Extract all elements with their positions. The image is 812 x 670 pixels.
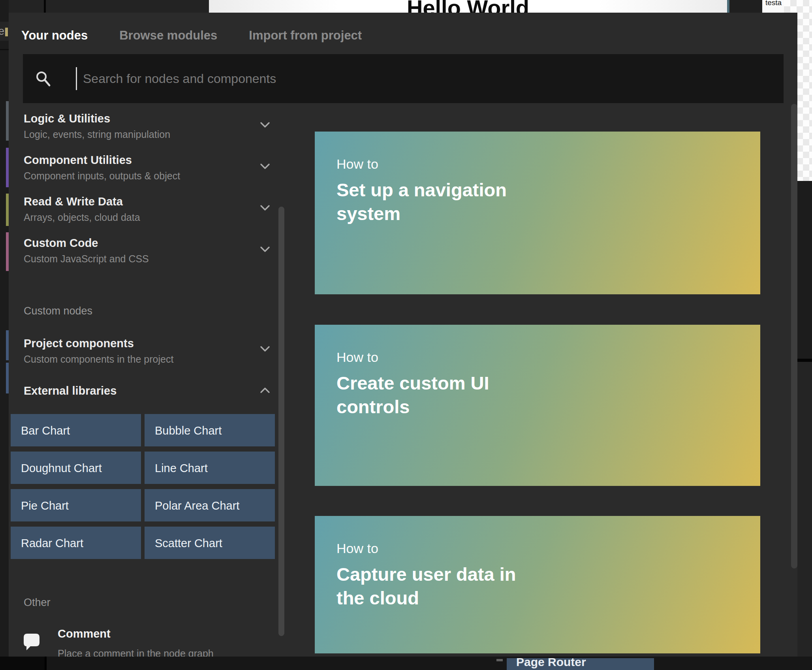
howto-card-title: Capture user data in the cloud (336, 563, 526, 610)
canvas-right-column (797, 181, 812, 359)
right-panel-scrollbar[interactable] (791, 104, 797, 568)
node-connection-stub (496, 659, 503, 661)
canvas-right-column-lower (797, 362, 812, 657)
category-title: Logic & Utilities (24, 112, 276, 125)
canvas-tab-label: testa (765, 0, 782, 7)
search-icon (35, 70, 52, 87)
node-button-line-chart[interactable]: Line Chart (145, 452, 275, 484)
node-color-strip-purple (6, 148, 9, 187)
dialog-tab-bar: Your nodes Browse modules Import from pr… (21, 28, 362, 43)
category-subtitle: Logic, events, string manipulation (24, 128, 276, 140)
category-project-components[interactable]: Project components Custom components in … (24, 337, 276, 365)
node-color-strip-blue-2 (6, 363, 9, 393)
canvas-right-divider (797, 359, 812, 362)
category-external-libraries[interactable]: External libraries (24, 384, 276, 397)
node-picker-dialog: Your nodes Browse modules Import from pr… (9, 13, 797, 657)
chevron-down-icon (260, 246, 270, 252)
page-router-node[interactable]: Page Router (507, 658, 654, 670)
category-subtitle: Custom JavaScript and CSS (24, 253, 276, 265)
app-preview-header: Hello World (209, 0, 727, 13)
comment-bubble-icon (23, 633, 40, 651)
node-button-pie-chart[interactable]: Pie Chart (11, 489, 141, 521)
tab-browse-modules[interactable]: Browse modules (119, 28, 217, 43)
node-graph-divider (45, 657, 47, 670)
howto-card-cloud-data[interactable]: How to Capture user data in the cloud (315, 516, 760, 653)
category-title: Read & Write Data (24, 195, 276, 208)
tab-your-nodes[interactable]: Your nodes (21, 28, 88, 43)
node-color-strip-blue-1 (6, 330, 9, 360)
howto-card-eyebrow: How to (336, 541, 739, 556)
node-color-chip (5, 28, 8, 36)
panel-divider-line (0, 49, 9, 50)
chevron-down-icon (260, 346, 270, 352)
chevron-up-icon (260, 387, 270, 393)
category-custom-code[interactable]: Custom Code Custom JavaScript and CSS (24, 236, 276, 265)
comment-title: Comment (58, 627, 111, 640)
category-subtitle: Arrays, objects, cloud data (24, 211, 276, 223)
node-graph-left-panel (0, 657, 45, 670)
chevron-down-icon (260, 122, 270, 128)
node-button-scatter-chart[interactable]: Scatter Chart (145, 527, 275, 559)
node-button-doughnut-chart[interactable]: Doughnut Chart (11, 452, 141, 484)
category-logic-utilities[interactable]: Logic & Utilities Logic, events, string … (24, 112, 276, 140)
editor-top-gap (729, 0, 763, 13)
chevron-down-icon (260, 163, 270, 169)
node-color-strip-olive (6, 194, 9, 226)
node-button-bubble-chart[interactable]: Bubble Chart (145, 414, 275, 446)
category-read-write-data[interactable]: Read & Write Data Arrays, objects, cloud… (24, 195, 276, 223)
section-header-other: Other (24, 597, 51, 609)
node-color-strip-gray (6, 101, 9, 141)
comment-subtitle: Place a comment in the node graph (58, 648, 214, 657)
category-component-utilities[interactable]: Component Utilities Component inputs, ou… (24, 153, 276, 182)
editor-top-strip (9, 0, 209, 13)
category-title: Custom Code (24, 236, 276, 250)
howto-card-title: Create custom UI controls (336, 371, 526, 419)
tab-import-from-project[interactable]: Import from project (249, 28, 362, 43)
search-box (23, 54, 784, 103)
left-panel-scrollbar[interactable] (278, 207, 284, 636)
editor-top-divider (44, 0, 46, 13)
page-router-node-label: Page Router (516, 658, 586, 669)
node-color-strip-mauve (6, 232, 9, 271)
node-button-polar-area-chart[interactable]: Polar Area Chart (145, 489, 275, 521)
category-subtitle: Custom components in the project (24, 353, 276, 365)
howto-card-custom-ui[interactable]: How to Create custom UI controls (315, 325, 760, 486)
category-title: External libraries (24, 384, 276, 397)
text-caret (76, 67, 77, 90)
node-graph-strip (0, 657, 812, 670)
category-subtitle: Component inputs, outputs & object (24, 170, 276, 182)
section-header-custom-nodes: Custom nodes (24, 305, 92, 317)
category-title: Project components (24, 337, 276, 350)
external-nodes-grid: Bar Chart Bubble Chart Doughnut Chart Li… (11, 414, 275, 559)
howto-card-eyebrow: How to (336, 156, 739, 172)
chevron-down-icon (260, 205, 270, 211)
category-title: Component Utilities (24, 153, 276, 167)
app-preview-title: Hello World (209, 0, 727, 13)
search-input[interactable] (82, 54, 754, 103)
howto-card-title: Set up a navigation system (336, 178, 526, 226)
howto-card-eyebrow: How to (336, 350, 739, 365)
node-button-radar-chart[interactable]: Radar Chart (11, 527, 141, 559)
howto-card-navigation[interactable]: How to Set up a navigation system (315, 132, 760, 294)
screen: er Hello World testa Page Router Your no… (0, 0, 812, 670)
node-button-bar-chart[interactable]: Bar Chart (11, 414, 141, 446)
